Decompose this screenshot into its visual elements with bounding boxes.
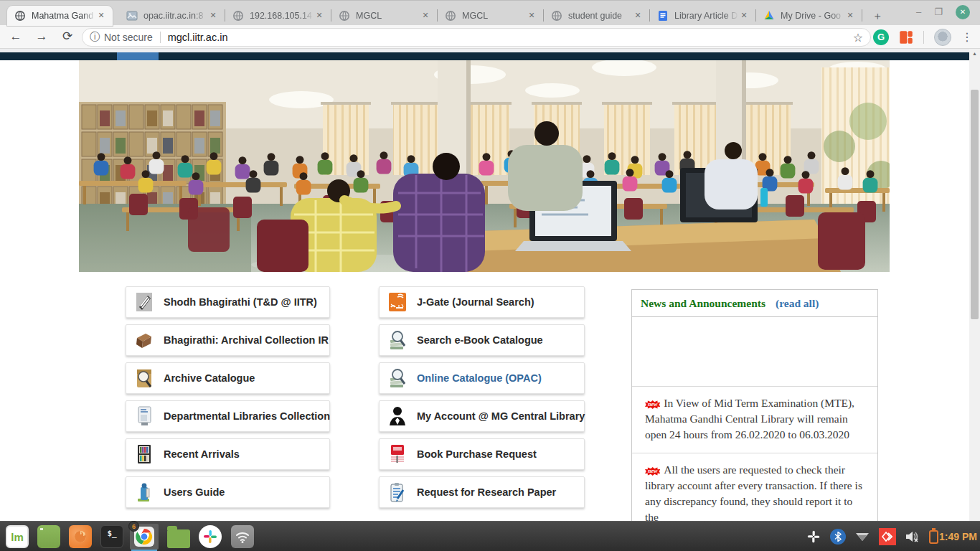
link-users-guide[interactable]: Users Guide [126, 476, 330, 508]
link-bhagirathi-archival[interactable]: Bhagirathi: Archival Collection IR [126, 324, 330, 356]
firefox-icon [69, 525, 92, 548]
nav-item-active[interactable] [117, 52, 159, 60]
show-desktop-button[interactable] [34, 524, 63, 550]
tab-mgcl-1[interactable]: MGCL × [331, 6, 437, 26]
bookshelf-icon [135, 443, 154, 465]
link-label: Bhagirathi: Archival Collection IR [164, 334, 329, 346]
desktop: Mahatma Gand × opac.iitr.ac.in:8 × 192.1… [0, 0, 980, 551]
link-online-catalogue-opac[interactable]: Online Catalogue (OPAC) [379, 362, 585, 394]
red-book-icon [388, 443, 407, 465]
slack-tray-icon[interactable] [806, 529, 821, 544]
book-search-icon [388, 367, 407, 389]
tab-mgcl-2[interactable]: MGCL × [438, 6, 543, 26]
terminal-launcher[interactable]: $_ [98, 524, 126, 550]
tab-ip-address[interactable]: 192.168.105.14 × [225, 6, 331, 26]
back-icon[interactable]: ← [6, 27, 26, 47]
wifi-app-icon [231, 525, 254, 548]
link-label: J-Gate (Journal Search) [417, 296, 534, 308]
window-close-button[interactable]: ✕ [956, 5, 970, 19]
tab-title: Mahatma Gand [32, 11, 95, 21]
scrollbar-up-arrow[interactable]: ▲ [969, 49, 980, 59]
browser-toolbar: ← → ⟳ ⓘ Not secure mgcl.iitr.ac.in ☆ G ⋮ [0, 25, 980, 49]
news-item: newIn View of Mid Term Examination (MTE)… [632, 387, 877, 453]
address-bar[interactable]: ⓘ Not secure mgcl.iitr.ac.in ☆ [82, 28, 871, 47]
link-research-paper-request[interactable]: Request for Research Paper [379, 476, 585, 508]
tab-close-icon[interactable]: × [420, 10, 431, 22]
files-launcher[interactable] [164, 524, 193, 550]
window-restore-button[interactable]: ❐ [934, 5, 943, 19]
anydesk-icon[interactable] [879, 528, 896, 545]
tab-library-article[interactable]: Library Article D × [650, 6, 755, 26]
security-label: Not secure [104, 32, 153, 43]
profile-avatar[interactable] [934, 29, 951, 46]
read-all-link[interactable]: (read all) [776, 297, 819, 310]
tab-title: MGCL [462, 11, 526, 21]
grid-extension-icon[interactable] [899, 30, 913, 44]
tab-mahatma-gandhi[interactable]: Mahatma Gand × [7, 6, 113, 26]
slack-launcher[interactable] [196, 524, 225, 550]
folder-icon [167, 529, 190, 548]
tab-close-icon[interactable]: × [738, 10, 750, 22]
clipboard-pen-icon [388, 481, 407, 503]
link-archive-catalogue[interactable]: Archive Catalogue [126, 362, 330, 394]
tab-student-guide[interactable]: student guide × [544, 6, 649, 26]
link-departmental-libraries[interactable]: Departmental Libraries Collection [126, 400, 330, 432]
tab-close-icon[interactable]: × [314, 10, 325, 22]
library-photo [79, 60, 890, 272]
tab-my-drive[interactable]: My Drive - Goo × [756, 6, 862, 26]
link-jgate[interactable]: J-Gate (Journal Search) [379, 286, 585, 318]
bluetooth-icon[interactable] [830, 529, 846, 545]
security-indicator[interactable]: ⓘ Not secure [90, 31, 153, 44]
tab-close-icon[interactable]: × [526, 10, 537, 22]
globe-icon [14, 10, 26, 22]
globe-icon [339, 10, 350, 22]
archive-search-icon [135, 367, 154, 389]
firefox-launcher[interactable] [66, 524, 95, 550]
new-badge: new [645, 467, 660, 476]
slack-icon [199, 525, 222, 548]
network-tool-launcher[interactable] [228, 524, 257, 550]
battery-icon[interactable] [929, 530, 938, 544]
tab-title: opac.iitr.ac.in:8 [143, 11, 207, 21]
grammarly-extension-icon[interactable]: G [873, 29, 889, 45]
volume-muted-icon[interactable] [905, 530, 920, 543]
link-book-purchase[interactable]: Book Purchase Request [379, 438, 585, 470]
tab-strip: Mahatma Gand × opac.iitr.ac.in:8 × 192.1… [0, 0, 980, 25]
browser-menu-icon[interactable]: ⋮ [961, 30, 973, 44]
link-my-account[interactable]: My Account @ MG Central Library [379, 400, 585, 432]
bookmark-star-icon[interactable]: ☆ [853, 31, 863, 44]
tab-close-icon[interactable]: × [95, 10, 107, 22]
wifi-tray-icon[interactable] [855, 532, 870, 542]
divider [923, 31, 924, 44]
desktop-icon [37, 525, 60, 548]
shodh-icon [135, 291, 154, 313]
new-tab-button[interactable]: ＋ [868, 6, 887, 25]
taskbar-clock[interactable]: 1:49 PM [939, 522, 977, 551]
globe-icon [232, 10, 244, 22]
url-text: mgcl.iitr.ac.in [168, 32, 853, 43]
link-ebook-catalogue[interactable]: Search e-Book Catalogue [379, 324, 585, 356]
reload-icon[interactable]: ⟳ [57, 27, 77, 47]
tab-close-icon[interactable]: × [844, 10, 856, 22]
web-page: Shodh Bhagirathi (T&D @ IITR) Bhagirathi… [0, 49, 980, 521]
gdrive-icon [763, 10, 775, 22]
window-minimize-button[interactable]: – [916, 5, 921, 19]
tab-close-icon[interactable]: × [632, 10, 644, 22]
news-title: News and Announcements [641, 297, 765, 310]
tab-opac[interactable]: opac.iitr.ac.in:8 × [119, 6, 225, 26]
news-panel: News and Announcements (read all) newIn … [631, 289, 878, 521]
forward-icon[interactable]: → [32, 27, 52, 47]
mint-menu-button[interactable]: lm [3, 524, 32, 550]
book-search-icon [388, 329, 407, 351]
image-icon [126, 10, 138, 22]
news-item-text: In View of Mid Term Examination (MTE), M… [645, 397, 854, 441]
link-shodh-bhagirathi[interactable]: Shodh Bhagirathi (T&D @ IITR) [126, 286, 330, 318]
terminal-icon: $_ [100, 525, 123, 548]
tab-title: 192.168.105.14 [250, 11, 314, 21]
tab-close-icon[interactable]: × [207, 10, 219, 22]
link-recent-arrivals[interactable]: Recent Arrivals [126, 438, 330, 470]
chrome-window-button[interactable]: 6 [130, 524, 159, 550]
scrollbar-thumb[interactable] [971, 90, 979, 319]
users-guide-icon [135, 481, 154, 503]
taskbar: lm $_ 6 1:49 PM [0, 521, 980, 551]
